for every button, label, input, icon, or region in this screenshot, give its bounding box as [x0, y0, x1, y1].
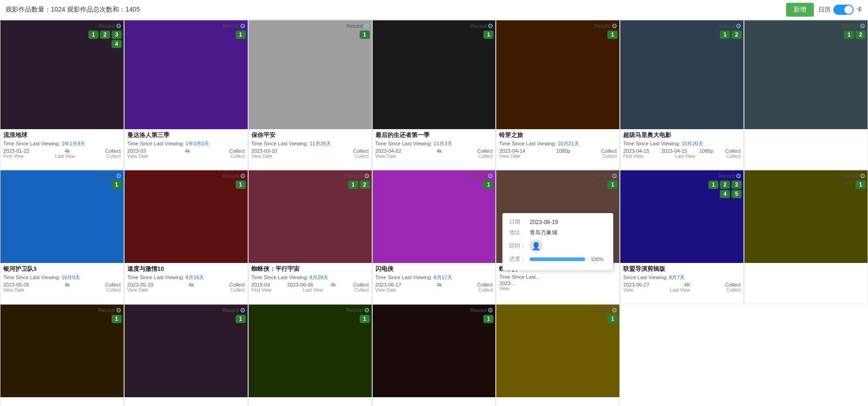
collect[interactable]: Collect: [105, 282, 121, 287]
gear-icon[interactable]: ⚙: [240, 306, 246, 314]
movie-card[interactable]: Record⚙1234流浪地球Time Since Last Viewing: …: [0, 20, 124, 170]
collect[interactable]: Collect: [725, 148, 741, 154]
gear-icon[interactable]: ⚙: [240, 172, 246, 180]
movie-title: 银河护卫队3: [3, 265, 121, 273]
movie-card[interactable]: Record⚙1保你平安Time Since Last Viewing: 11月…: [248, 20, 372, 170]
collect[interactable]: Collect: [229, 148, 245, 154]
movie-card[interactable]: Record⚙12超级马里奥大电影Time Since Last Viewing…: [620, 20, 744, 170]
record-badge[interactable]: 3: [731, 181, 742, 189]
record-badge[interactable]: 1: [708, 181, 718, 189]
record-badge[interactable]: 3: [112, 31, 122, 39]
record-badge[interactable]: 1: [844, 31, 854, 39]
quality: 4k: [188, 282, 194, 287]
movie-card[interactable]: Record⚙1: [0, 304, 124, 406]
toggle-group: 日历 卡: [818, 5, 862, 15]
record-badge[interactable]: 1: [856, 181, 866, 189]
movie-card[interactable]: Record⚙1银河护卫队3Time Since Last Viewing: 1…: [0, 170, 124, 304]
gear-icon[interactable]: ⚙: [487, 306, 493, 314]
movie-card[interactable]: Record⚙1: [372, 304, 496, 406]
movie-card[interactable]: Record⚙1曼达洛人第三季Time Since Last Viewing: …: [124, 20, 248, 170]
movie-card[interactable]: Record⚙1: [124, 304, 248, 406]
gear-icon[interactable]: ⚙: [612, 172, 618, 180]
gear-icon[interactable]: ⚙: [612, 22, 618, 30]
movie-card[interactable]: Record⚙1速度与激情10Time Since Last Viewing: …: [124, 170, 248, 304]
gear-icon[interactable]: ⚙: [487, 172, 493, 180]
record-badge[interactable]: 1: [483, 315, 493, 323]
quality: 4k: [437, 148, 442, 154]
collect[interactable]: Collect: [353, 148, 369, 154]
record-badge[interactable]: 1: [348, 181, 358, 189]
add-button[interactable]: 新增: [786, 3, 814, 17]
record-badge[interactable]: 1: [360, 315, 370, 323]
record-badge[interactable]: 1: [483, 31, 493, 39]
movie-card[interactable]: Record⚙1最后的生还者第一季Time Since Last Viewing…: [372, 20, 496, 170]
gear-icon[interactable]: ⚙: [364, 172, 370, 180]
collect[interactable]: Collect: [229, 282, 245, 287]
meta-row: 2023-06-174kCollect: [375, 282, 493, 287]
gear-icon[interactable]: ⚙: [240, 22, 246, 30]
movie-card[interactable]: Record⚙12: [744, 20, 868, 170]
gear-icon[interactable]: ⚙: [487, 22, 493, 30]
record-badge[interactable]: 1: [607, 181, 618, 189]
field-label: Collect: [355, 287, 369, 293]
record-label: Record: [222, 173, 238, 179]
movie-card[interactable]: Record⚙12345联盟导演剪辑版Since Last Viewing: 8…: [620, 170, 744, 304]
record-badge[interactable]: 2: [100, 31, 110, 39]
quality: 1080p: [556, 148, 570, 154]
toggle-left-label: 日历: [818, 6, 831, 14]
gear-icon[interactable]: ⚙: [116, 306, 122, 314]
movie-title: 曼达洛人第三季: [127, 131, 245, 139]
record-badge[interactable]: 1: [112, 315, 122, 323]
record-badge[interactable]: 1: [607, 31, 618, 39]
gear-icon[interactable]: ⚙: [736, 22, 742, 30]
record-badge[interactable]: 4: [112, 40, 122, 48]
movie-card[interactable]: Record⚙12蜘蛛侠：平行宇宙Time Since Last Viewing…: [248, 170, 372, 304]
gear-icon[interactable]: ⚙: [116, 172, 122, 180]
gear-icon[interactable]: ⚙: [364, 22, 370, 30]
meta-row: 2023-03-10Collect: [251, 148, 369, 154]
record-badge[interactable]: 2: [731, 31, 742, 39]
time-since: Time Since Last Viewing: 11月26天: [251, 140, 369, 147]
record-badge[interactable]: 1: [236, 31, 246, 39]
record-badge[interactable]: 2: [360, 181, 370, 189]
movie-card[interactable]: Record⚙1: [496, 304, 620, 406]
field-label: Collect: [479, 154, 493, 159]
record-label: Record: [470, 173, 487, 179]
gear-icon[interactable]: ⚙: [860, 172, 866, 180]
gear-icon[interactable]: ⚙: [364, 306, 370, 314]
record-badge[interactable]: 2: [856, 31, 866, 39]
record-badge[interactable]: 1: [236, 181, 246, 189]
record-badge[interactable]: 1: [236, 315, 246, 323]
date1: 2023-06-27: [623, 282, 649, 287]
avatar: 👤: [530, 239, 543, 252]
movie-card[interactable]: Record⚙1: [248, 304, 372, 406]
collect[interactable]: Collect: [477, 282, 493, 287]
movie-card[interactable]: Record⚙1: [744, 170, 868, 304]
collect[interactable]: Collect: [105, 148, 121, 154]
record-badge[interactable]: 4: [720, 190, 730, 198]
gear-icon[interactable]: ⚙: [116, 22, 122, 30]
time-since: Time Since Last...: [499, 274, 617, 280]
record-badge[interactable]: 1: [360, 31, 370, 39]
gear-icon[interactable]: ⚙: [612, 306, 618, 314]
toggle-switch[interactable]: [833, 5, 854, 15]
record-badge[interactable]: 1: [112, 181, 122, 189]
record-badge[interactable]: 1: [720, 31, 730, 39]
record-badge[interactable]: 1: [607, 315, 618, 323]
collect[interactable]: Collect: [725, 282, 741, 287]
record-badge[interactable]: 1: [88, 31, 99, 39]
movie-title: 保你平安: [251, 131, 369, 139]
label-row: View DateCollect: [251, 154, 369, 159]
record-label: Record: [346, 23, 362, 29]
badge-row: 1: [236, 315, 246, 323]
gear-icon[interactable]: ⚙: [860, 22, 866, 30]
movie-card[interactable]: Record⚙1闪电侠Time Since Last Viewing: 8月17…: [372, 170, 496, 304]
movie-card[interactable]: Record⚙1铃芽之旅Time Since Last Viewing: 10月…: [496, 20, 620, 170]
record-badge[interactable]: 1: [483, 181, 493, 189]
record-badge[interactable]: 2: [720, 181, 730, 189]
collect[interactable]: Collect: [353, 282, 369, 287]
collect[interactable]: Collect: [477, 148, 493, 154]
gear-icon[interactable]: ⚙: [736, 172, 742, 180]
collect[interactable]: Collect: [601, 148, 617, 154]
record-badge[interactable]: 5: [731, 190, 742, 198]
